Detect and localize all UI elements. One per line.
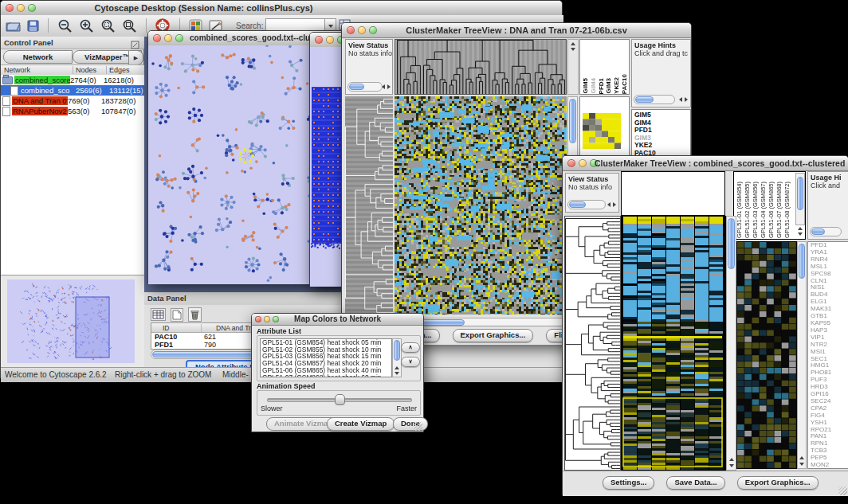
birdseye-view[interactable] — [7, 279, 135, 363]
move-down-button[interactable]: ∨ — [401, 357, 420, 367]
tv2-buttons: Settings...Save Data...Export Graphics..… — [603, 476, 819, 490]
attribute-list-item[interactable]: GPL51-07 (GSM868) heat shock 60 min — [262, 374, 391, 377]
tv2-column-labels: GPL51-01 (GSM854)GPL51-02 (GSM855)GPL51-… — [736, 173, 795, 238]
move-up-button[interactable]: ∧ — [401, 342, 420, 353]
column-label[interactable]: GIM3 — [605, 78, 613, 94]
column-label[interactable]: PAC10 — [621, 74, 629, 94]
scroll-thumb[interactable] — [811, 229, 825, 235]
scroll-thumb[interactable] — [799, 244, 805, 279]
attribute-table-icon[interactable] — [151, 308, 166, 321]
resize-grip[interactable] — [838, 486, 847, 495]
treeview2-window: ClusterMaker TreeView : combined_scores_… — [562, 155, 848, 495]
zoom-in-icon[interactable] — [79, 18, 94, 33]
control-panel: Control Panel Network VizMapper™ ▶ Netwo — [1, 37, 144, 367]
tv1-heatmap[interactable] — [395, 96, 567, 315]
toolbar-separator — [48, 18, 49, 33]
zoom-button[interactable] — [28, 4, 36, 12]
window-title: Cytoscape Desktop (Session Name: collins… — [37, 1, 371, 15]
minimize-button[interactable] — [164, 34, 172, 42]
tv2-labels-vscroll[interactable] — [795, 173, 805, 225]
column-label[interactable]: GPL51-07 (GSM868) — [775, 182, 783, 238]
tv1-status-hscroll[interactable] — [347, 82, 383, 92]
column-label[interactable]: PFD1 — [598, 78, 606, 94]
speed-slider-thumb[interactable] — [335, 394, 345, 405]
close-button[interactable] — [255, 316, 261, 322]
gene-label[interactable]: MON2 — [811, 462, 848, 469]
attribute-list-vscroll[interactable] — [392, 338, 402, 377]
zoom-out-icon[interactable] — [57, 18, 73, 33]
tv2-status-hscroll[interactable] — [567, 200, 606, 209]
close-button[interactable] — [153, 34, 161, 42]
column-label[interactable]: GPL51-08 (GSM872) — [783, 182, 791, 238]
id-column-header[interactable]: ID — [163, 324, 170, 332]
new-attribute-icon[interactable] — [171, 308, 183, 322]
delete-attribute-icon[interactable] — [188, 307, 202, 322]
treeview2-title-bar[interactable]: ClusterMaker TreeView : combined_scores_… — [563, 156, 848, 171]
column-label[interactable]: GPL51-01 (GSM854) — [736, 182, 744, 238]
treeview-button[interactable]: Export Graphics... — [737, 476, 819, 490]
network-row[interactable]: DNA and Tran 07 769(0) 183728(0) — [1, 96, 144, 106]
treeview-button[interactable]: Export Graphics... — [453, 329, 534, 342]
minimize-button[interactable] — [17, 4, 25, 12]
attribute-row-id: PAC10 — [155, 333, 177, 341]
column-label[interactable]: GPL51-04 (GSM857) — [760, 182, 768, 238]
minimize-button[interactable] — [358, 26, 366, 34]
treeview-button[interactable]: Save Data... — [666, 476, 724, 490]
window-controls[interactable] — [6, 4, 36, 12]
close-button[interactable] — [6, 4, 14, 12]
tv2-zoom-vscroll[interactable] — [797, 241, 807, 469]
close-button[interactable] — [347, 26, 355, 34]
tv1-mini-heatmap[interactable] — [583, 113, 622, 150]
scroll-thumb[interactable] — [569, 201, 586, 208]
column-label[interactable]: GPL51-03 (GSM856) — [752, 182, 760, 238]
close-button[interactable] — [567, 159, 575, 167]
network2-canvas[interactable] — [310, 47, 344, 287]
tabs-overflow-button[interactable]: ▶ — [128, 50, 143, 65]
minimize-button[interactable] — [264, 316, 270, 322]
minimize-button[interactable] — [579, 159, 587, 167]
scroll-thumb[interactable] — [728, 218, 735, 269]
tv1-column-dendrogram[interactable] — [395, 39, 567, 95]
tv2-usage-hscroll[interactable] — [810, 227, 842, 236]
dialog-title-bar[interactable]: Map Colors to Network — [252, 314, 423, 326]
scroll-thumb[interactable] — [797, 177, 803, 210]
column-label[interactable]: YKE2 — [613, 77, 621, 94]
treeview-button[interactable]: Settings... — [603, 476, 654, 490]
control-panel-tab[interactable]: Network — [3, 50, 73, 64]
close-button[interactable] — [315, 36, 323, 44]
tv1-top-scroll-strip[interactable] — [567, 39, 579, 95]
network-row[interactable]: combined_scores 2764(0) 16218(0) — [1, 75, 144, 85]
tv2-row-dendrogram[interactable] — [564, 216, 621, 471]
column-label[interactable]: GIM5 — [582, 78, 590, 94]
tv2-heatmap-vscroll[interactable] — [726, 216, 736, 471]
zoom-fit-icon[interactable] — [122, 18, 137, 33]
scroll-thumb[interactable] — [569, 99, 576, 143]
tv1-row-dendrogram[interactable] — [345, 96, 393, 315]
column-label[interactable]: GPL51-06 (GSM865) — [768, 182, 775, 238]
main-title-bar[interactable]: Cytoscape Desktop (Session Name: collins… — [1, 1, 562, 16]
create-vizmap-button[interactable]: Create Vizmap — [327, 417, 395, 431]
network-row[interactable]: RNAPuberNov2+| 563(0) 107847(0) — [1, 106, 144, 116]
network-row[interactable]: combined_sco 2569(6) 13112(15) — [1, 85, 144, 96]
column-label[interactable]: GPL51-02 (GSM855) — [744, 182, 752, 238]
tv2-zoom-heatmap[interactable] — [736, 241, 797, 469]
minimize-button[interactable] — [326, 36, 334, 44]
tv2-column-dendrogram-area[interactable] — [621, 171, 725, 216]
scroll-thumb[interactable] — [349, 84, 364, 90]
resize-grip[interactable] — [414, 422, 422, 431]
network-table-header[interactable]: Network Nodes Edges — [1, 64, 144, 76]
scroll-thumb[interactable] — [394, 340, 400, 361]
treeview1-title-bar[interactable]: ClusterMaker TreeView : DNA and Tran 07-… — [342, 23, 691, 38]
open-session-icon[interactable] — [6, 20, 21, 32]
scroll-thumb[interactable] — [635, 96, 654, 103]
network-view2-title-bar[interactable] — [310, 33, 344, 48]
save-session-icon[interactable] — [27, 20, 39, 32]
done-button[interactable]: Done — [393, 417, 428, 431]
column-label[interactable]: GIM4 — [590, 78, 598, 94]
tv2-heatmap[interactable] — [621, 216, 726, 471]
tv1-usage-hscroll[interactable] — [634, 95, 675, 104]
network-list-empty-area — [1, 116, 144, 275]
zoom-button[interactable] — [369, 26, 377, 34]
zoom-button[interactable] — [273, 316, 279, 322]
zoom-selected-icon[interactable] — [100, 18, 116, 33]
